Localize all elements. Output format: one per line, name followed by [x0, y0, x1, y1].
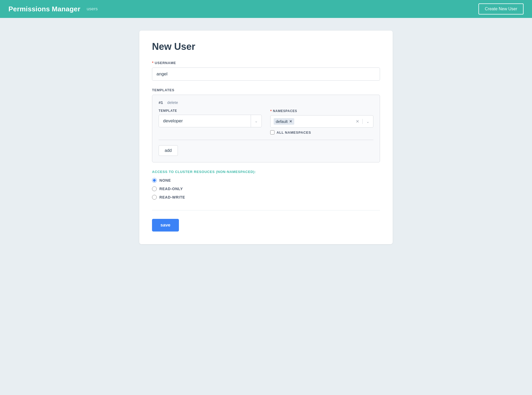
templates-box: #1 delete TEMPLATE developer ⌄ [152, 95, 380, 162]
namespace-tag-remove[interactable]: ✕ [289, 119, 292, 123]
access-radio-readwrite[interactable]: READ-WRITE [152, 195, 380, 200]
all-namespaces-checkbox[interactable] [270, 130, 274, 134]
template-num: #1 [159, 100, 163, 105]
namespace-tag-label: default [276, 119, 288, 124]
all-namespaces-row: ALL NAMESPACES [270, 130, 373, 134]
template-field-label: TEMPLATE [159, 109, 262, 113]
add-template-button[interactable]: add [159, 145, 178, 156]
access-section: ACCESS TO CLUSTER RESOUCES (NON-NAMESPAC… [152, 170, 380, 200]
header-left: Permissions Manager users [8, 5, 98, 13]
nav-users[interactable]: users [87, 6, 98, 12]
template-select-value: developer [159, 115, 251, 127]
radio-readwrite-label: READ-WRITE [159, 195, 185, 199]
template-fields-row: TEMPLATE developer ⌄ * NAMESPACES [159, 109, 373, 134]
username-input[interactable] [152, 68, 380, 81]
required-indicator: * [152, 61, 154, 65]
templates-divider [159, 140, 373, 140]
template-header: #1 delete [159, 100, 373, 105]
username-section: * USERNAME [152, 61, 380, 81]
form-title: New User [152, 41, 380, 52]
all-namespaces-label[interactable]: ALL NAMESPACES [277, 131, 311, 134]
app-title: Permissions Manager [8, 5, 80, 13]
namespace-tags: default ✕ [270, 115, 353, 127]
radio-none-input[interactable] [152, 178, 157, 183]
main-content: New User * USERNAME TEMPLATES #1 delete [0, 18, 532, 257]
username-label: * USERNAME [152, 61, 380, 65]
access-label: ACCESS TO CLUSTER RESOUCES (NON-NAMESPAC… [152, 170, 380, 174]
namespace-chevron-icon[interactable]: ⌄ [363, 119, 373, 124]
save-button[interactable]: save [152, 219, 179, 232]
create-new-user-button[interactable]: Create New User [478, 3, 524, 15]
namespace-select-wrapper[interactable]: default ✕ ✕ ⌄ [270, 115, 373, 128]
template-select-wrapper[interactable]: developer ⌄ [159, 115, 262, 127]
access-radio-none[interactable]: NONE [152, 178, 380, 183]
template-field: TEMPLATE developer ⌄ [159, 109, 262, 127]
form-card: New User * USERNAME TEMPLATES #1 delete [139, 31, 393, 244]
namespace-clear-icon[interactable]: ✕ [353, 119, 363, 124]
radio-readonly-label: READ-ONLY [159, 187, 183, 191]
templates-section: TEMPLATES #1 delete TEMPLATE developer [152, 88, 380, 162]
radio-none-label: NONE [159, 178, 171, 182]
namespace-tag-default: default ✕ [274, 118, 294, 125]
namespaces-required-indicator: * [270, 109, 272, 113]
namespaces-field-label: * NAMESPACES [270, 109, 373, 113]
templates-label: TEMPLATES [152, 88, 380, 92]
namespaces-field: * NAMESPACES default ✕ ✕ ⌄ [270, 109, 373, 134]
radio-readonly-input[interactable] [152, 186, 157, 191]
template-delete-button[interactable]: delete [167, 100, 178, 105]
radio-readwrite-input[interactable] [152, 195, 157, 200]
section-divider [152, 210, 380, 210]
template-chevron-icon[interactable]: ⌄ [251, 119, 262, 123]
header: Permissions Manager users Create New Use… [0, 0, 532, 18]
access-radio-readonly[interactable]: READ-ONLY [152, 186, 380, 191]
access-radio-group: NONE READ-ONLY READ-WRITE [152, 178, 380, 200]
